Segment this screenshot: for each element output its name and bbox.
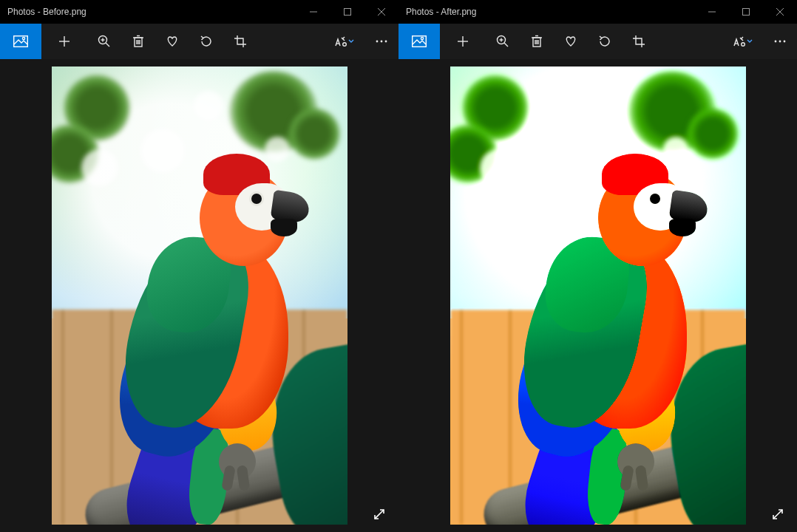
- titlebar[interactable]: Photos - After.png: [398, 0, 797, 24]
- window-controls: [296, 0, 398, 24]
- svg-line-33: [504, 43, 508, 47]
- window-title: Photos - Before.png: [0, 7, 87, 17]
- svg-rect-28: [413, 36, 427, 47]
- rotate-button[interactable]: [189, 24, 223, 59]
- more-icon: [774, 40, 786, 43]
- svg-point-19: [343, 43, 347, 47]
- svg-point-5: [22, 37, 24, 39]
- toolbar: [0, 24, 398, 59]
- chevron-down-icon: [348, 38, 354, 44]
- edit-button[interactable]: [323, 24, 364, 59]
- chevron-down-icon: [747, 38, 753, 44]
- favorite-button[interactable]: [554, 24, 588, 59]
- favorite-icon: [166, 35, 179, 47]
- zoom-icon: [496, 35, 509, 48]
- svg-line-47: [773, 510, 782, 519]
- image-viewer[interactable]: [398, 59, 797, 532]
- delete-icon: [132, 35, 144, 48]
- collection-button[interactable]: [398, 24, 440, 59]
- window-controls: [695, 0, 797, 24]
- svg-point-45: [779, 41, 781, 43]
- rotate-icon: [200, 35, 213, 48]
- image-viewer[interactable]: [0, 59, 398, 532]
- delete-button[interactable]: [520, 24, 554, 59]
- svg-rect-1: [345, 9, 351, 16]
- crop-icon: [632, 35, 645, 48]
- svg-point-46: [784, 41, 786, 43]
- svg-point-21: [381, 41, 383, 43]
- maximize-button[interactable]: [330, 0, 364, 24]
- svg-rect-4: [14, 36, 28, 47]
- edit-button[interactable]: [722, 24, 763, 59]
- more-button[interactable]: [364, 24, 398, 59]
- add-button[interactable]: [47, 24, 81, 59]
- edit-icon: [333, 35, 347, 48]
- svg-point-22: [385, 41, 387, 43]
- maximize-button[interactable]: [729, 0, 763, 24]
- zoom-button[interactable]: [486, 24, 520, 59]
- zoom-icon: [98, 35, 111, 48]
- crop-button[interactable]: [223, 24, 257, 59]
- close-button[interactable]: [763, 0, 797, 24]
- minimize-button[interactable]: [296, 0, 330, 24]
- titlebar[interactable]: Photos - Before.png: [0, 0, 398, 24]
- delete-button[interactable]: [121, 24, 155, 59]
- collection-icon: [412, 35, 427, 47]
- svg-point-44: [775, 41, 777, 43]
- more-icon: [376, 40, 387, 43]
- fullscreen-button[interactable]: [367, 502, 391, 526]
- svg-rect-25: [743, 9, 750, 16]
- fullscreen-icon: [772, 508, 784, 520]
- crop-icon: [234, 35, 247, 48]
- desktop: Photos - Before.png: [0, 0, 797, 532]
- add-button[interactable]: [446, 24, 480, 59]
- photo-before: [52, 66, 347, 525]
- svg-line-23: [375, 510, 384, 519]
- more-button[interactable]: [763, 24, 797, 59]
- add-icon: [58, 35, 70, 47]
- collection-icon: [13, 35, 28, 47]
- fullscreen-button[interactable]: [766, 502, 790, 526]
- photos-window-before: Photos - Before.png: [0, 0, 398, 532]
- svg-line-9: [106, 43, 109, 47]
- zoom-button[interactable]: [87, 24, 121, 59]
- svg-point-20: [376, 41, 379, 43]
- rotate-icon: [598, 35, 611, 48]
- edit-icon: [732, 35, 745, 48]
- collection-button[interactable]: [0, 24, 41, 59]
- favorite-button[interactable]: [155, 24, 189, 59]
- favorite-icon: [564, 35, 577, 47]
- window-title: Photos - After.png: [398, 7, 476, 17]
- close-button[interactable]: [364, 0, 398, 24]
- rotate-button[interactable]: [588, 24, 622, 59]
- fullscreen-icon: [373, 508, 385, 520]
- add-icon: [457, 35, 469, 47]
- photo-after: [450, 66, 746, 525]
- svg-point-43: [742, 43, 745, 47]
- minimize-button[interactable]: [695, 0, 729, 24]
- svg-point-29: [421, 37, 423, 39]
- delete-icon: [531, 35, 543, 48]
- crop-button[interactable]: [622, 24, 656, 59]
- photos-window-after: Photos - After.png: [398, 0, 797, 532]
- toolbar: [398, 24, 797, 59]
